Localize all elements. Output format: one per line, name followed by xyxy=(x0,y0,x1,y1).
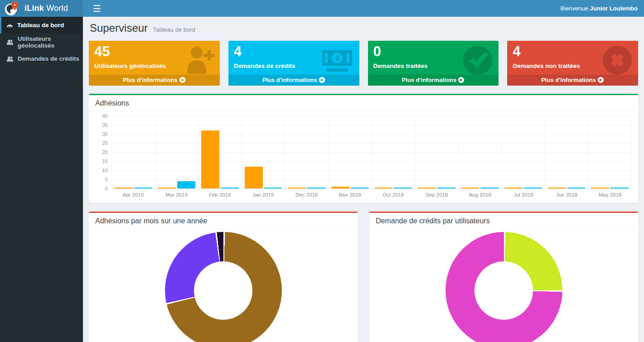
bar-group xyxy=(285,116,329,188)
bar-group xyxy=(502,116,545,188)
info-box-inner: 4 Demandes non traitées xyxy=(507,41,638,75)
bar-group xyxy=(155,116,199,188)
bar-group xyxy=(459,116,502,188)
y-tick-label: 40 xyxy=(102,113,108,119)
sidebar-item-demandes-de-credits[interactable]: Demandes de crédits xyxy=(0,50,83,67)
bar xyxy=(177,181,195,188)
adhesions-panel: Adhésions 0510152025303540 Apr 2019Mar 2… xyxy=(89,94,638,203)
bar xyxy=(504,188,523,188)
users-icon xyxy=(6,55,14,62)
bar xyxy=(591,188,609,188)
bar xyxy=(307,188,325,188)
info-box-label: Demandes traitées xyxy=(373,63,494,69)
bar-group xyxy=(112,116,155,188)
users-icon xyxy=(6,39,14,45)
bar xyxy=(245,167,263,188)
bar-chart-yaxis: 0510152025303540 xyxy=(95,116,109,188)
y-tick-label: 20 xyxy=(102,149,108,155)
sidebar-item-tableau-de-bord[interactable]: Tableau de bord xyxy=(0,17,83,34)
info-box-value: 0 xyxy=(373,44,494,59)
bar-group xyxy=(199,116,242,188)
bar-group xyxy=(415,116,459,188)
panel-title: Demande de crédits par utilisateurs xyxy=(369,213,638,229)
bar xyxy=(201,130,219,188)
info-box-demandes-non-traitees: 4 Demandes non traitées Plus d'informati… xyxy=(507,41,638,86)
panel-title: Adhésions xyxy=(89,95,638,111)
bar xyxy=(288,188,306,188)
info-box-inner: 45 Utilisateurs géolocalisés xyxy=(89,41,220,75)
donut-chart-adhesions xyxy=(89,229,358,342)
bar-chart-xlabels: Apr 2019Mar 2019Feb 2019Jan 2019Dec 2018… xyxy=(111,189,632,197)
sidebar-toggle-icon[interactable]: ☰ xyxy=(89,2,105,15)
x-tick-label: Sep 2018 xyxy=(415,189,459,197)
x-tick-label: Oct 2018 xyxy=(372,189,415,197)
more-info-link[interactable]: Plus d'informations xyxy=(507,75,638,86)
page-subtitle: Tableau de bord xyxy=(153,26,195,33)
info-box-label: Utilisateurs géolocalisés xyxy=(94,63,214,69)
brand-name: iLink World xyxy=(24,4,68,13)
more-info-label: Plus d'informations xyxy=(402,77,456,83)
bar-chart: 0510152025303540 Apr 2019Mar 2019Feb 201… xyxy=(89,111,638,203)
sidebar-item-utilisateurs-geolocalises[interactable]: Utilisateurs géolocalisés xyxy=(0,34,83,50)
info-box-utilisateurs-geolocalises: 45 Utilisateurs géolocalisés Plus d'info… xyxy=(89,41,220,86)
x-tick-label: Nov 2018 xyxy=(328,189,372,197)
more-info-link[interactable]: Plus d'informations xyxy=(368,75,499,86)
sidebar-item-label: Utilisateurs géolocalisés xyxy=(18,35,83,49)
x-tick-label: May 2018 xyxy=(588,189,632,197)
info-box-inner: 0 Demandes traitées xyxy=(368,41,499,75)
navbar: ☰ Bienvenue Junior Loulembo xyxy=(83,0,644,17)
more-info-label: Plus d'informations xyxy=(123,77,178,83)
bar xyxy=(548,188,566,188)
x-tick-label: Dec 2018 xyxy=(285,189,329,197)
y-tick-label: 30 xyxy=(102,131,108,137)
x-tick-label: Jan 2019 xyxy=(242,189,285,197)
bar xyxy=(158,188,176,188)
x-tick-label: Jun 2018 xyxy=(545,189,589,197)
more-info-link[interactable]: Plus d'informations xyxy=(228,75,359,86)
globe-pin-icon: $ xyxy=(5,1,19,16)
donut-ring xyxy=(165,232,282,342)
brand-logo[interactable]: $ iLink World xyxy=(0,0,83,17)
info-box-label: Demandes de crédits xyxy=(234,63,354,69)
info-box-demandes-de-credits: $ 4 Demandes de crédits Plus d'informati… xyxy=(228,41,359,86)
arrow-right-circle-icon xyxy=(458,77,465,83)
gauge-icon xyxy=(6,22,13,29)
y-tick-label: 0 xyxy=(105,186,108,191)
bar xyxy=(524,188,542,188)
brand-name-light: World xyxy=(46,4,68,13)
bar xyxy=(610,188,629,188)
bar xyxy=(134,188,152,188)
y-tick-label: 25 xyxy=(102,140,108,146)
sidebar: Tableau de bord Utilisateurs géolocalisé… xyxy=(0,17,83,342)
welcome-prefix: Bienvenue xyxy=(560,5,588,12)
arrow-right-circle-icon xyxy=(319,77,325,83)
y-tick-label: 5 xyxy=(105,177,108,182)
arrow-right-circle-icon xyxy=(597,77,604,83)
top-navbar: $ iLink World ☰ Bienvenue Junior Loulemb… xyxy=(0,0,644,17)
info-box-inner: 4 Demandes de crédits xyxy=(228,41,359,75)
x-tick-label: Apr 2019 xyxy=(111,189,155,197)
donut-hole xyxy=(194,261,252,320)
bar xyxy=(351,188,369,188)
bar xyxy=(264,188,282,188)
bar-group xyxy=(242,116,286,188)
bar xyxy=(375,188,393,188)
info-box-demandes-traitees: 0 Demandes traitées Plus d'informations xyxy=(368,41,499,86)
more-info-link[interactable]: Plus d'informations xyxy=(89,75,220,86)
bar xyxy=(221,188,239,188)
adhesions-par-mois-panel: Adhésions par mois sur une année xyxy=(89,212,358,342)
donut-ring xyxy=(445,232,562,342)
welcome-user[interactable]: Bienvenue Junior Loulembo xyxy=(560,5,638,12)
more-info-label: Plus d'informations xyxy=(262,77,317,83)
info-box-label: Demandes non traitées xyxy=(513,63,633,69)
sidebar-item-label: Demandes de crédits xyxy=(18,55,79,62)
info-box-value: 4 xyxy=(234,44,354,59)
y-tick-label: 15 xyxy=(102,159,108,164)
brand-name-bold: iLink xyxy=(24,4,44,13)
sidebar-item-label: Tableau de bord xyxy=(17,22,64,29)
bar xyxy=(418,188,436,188)
bar-group xyxy=(329,116,372,188)
x-tick-label: Feb 2019 xyxy=(198,189,242,197)
bar xyxy=(115,188,133,188)
content-header: Superviseur Tableau de bord xyxy=(90,22,637,34)
